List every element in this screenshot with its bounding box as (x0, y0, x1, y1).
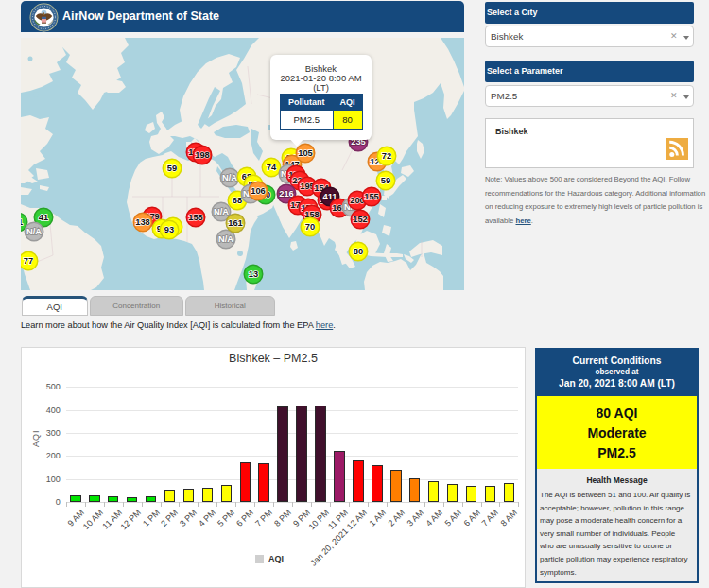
svg-text:N/A: N/A (214, 207, 229, 216)
svg-text:105: 105 (298, 148, 313, 158)
svg-text:106: 106 (251, 186, 266, 196)
svg-text:93: 93 (164, 225, 174, 234)
svg-text:59: 59 (167, 164, 177, 173)
svg-text:155: 155 (364, 192, 379, 201)
svg-text:N/A: N/A (218, 234, 233, 244)
svg-text:138: 138 (135, 217, 150, 227)
svg-text:161: 161 (228, 218, 243, 228)
svg-text:74: 74 (267, 163, 277, 172)
svg-text:158: 158 (188, 213, 203, 222)
svg-text:216: 216 (279, 189, 294, 199)
svg-text:41: 41 (21, 217, 23, 227)
svg-text:68: 68 (233, 196, 242, 205)
svg-text:59: 59 (381, 176, 390, 185)
svg-text:41: 41 (39, 213, 48, 222)
svg-text:N/A: N/A (222, 173, 237, 182)
svg-text:13: 13 (249, 269, 258, 279)
svg-text:N/A: N/A (26, 227, 42, 236)
svg-text:77: 77 (24, 256, 33, 266)
svg-text:152: 152 (353, 215, 368, 224)
svg-text:80: 80 (354, 247, 363, 256)
svg-text:198: 198 (195, 150, 210, 160)
svg-text:70: 70 (305, 222, 315, 232)
svg-text:72: 72 (382, 151, 391, 161)
